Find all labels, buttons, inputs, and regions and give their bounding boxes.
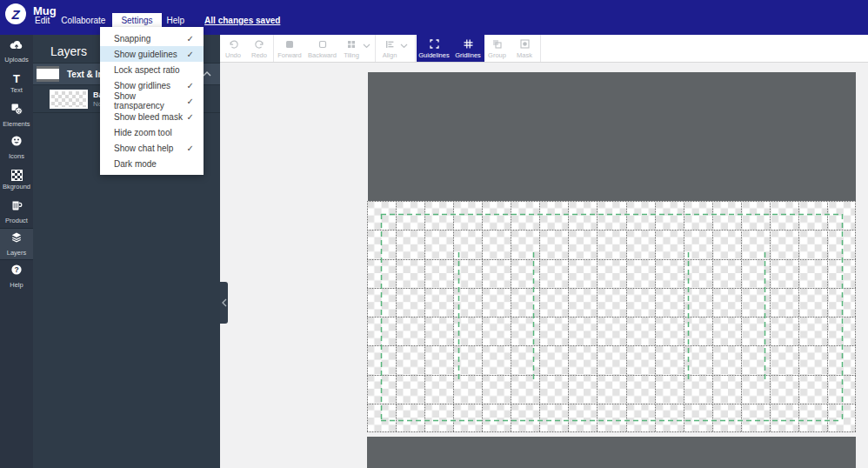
all-changes-saved-link[interactable]: All changes saved	[204, 16, 280, 25]
chevron-down-icon[interactable]	[400, 43, 408, 49]
gridlines-icon	[463, 38, 474, 50]
menu-item-show-guidelines[interactable]: Show guidelines ✓	[100, 46, 204, 62]
menu-item-lock-aspect-ratio[interactable]: Lock aspect ratio	[100, 62, 204, 77]
product-icon	[10, 199, 23, 215]
toolbar-separator	[273, 35, 274, 62]
menu-item-show-chat-help[interactable]: Show chat help ✓	[100, 140, 204, 156]
guidelines-button[interactable]: Guidelines	[417, 35, 451, 62]
redo-button[interactable]: Redo	[246, 35, 272, 62]
toolbar-separator	[540, 35, 541, 62]
tool-sidebar: Uploads T Text Elements Icons	[0, 35, 33, 468]
sidebar-item-text[interactable]: T Text	[0, 67, 33, 99]
checkmark-icon: ✓	[187, 50, 194, 59]
menu-item-show-bleed-mask[interactable]: Show bleed mask ✓	[100, 109, 204, 124]
layers-icon	[10, 231, 23, 247]
mask-button[interactable]: Mask	[510, 35, 539, 62]
chevron-up-icon[interactable]	[203, 71, 211, 77]
mask-icon	[519, 38, 531, 50]
group-button[interactable]: Group	[484, 35, 510, 62]
sidebar-item-uploads[interactable]: Uploads	[0, 35, 33, 67]
checkmark-icon: ✓	[187, 97, 194, 106]
gridlines-button[interactable]: Gridlines	[451, 35, 484, 62]
sidebar-item-bkground[interactable]: Bkground	[0, 164, 33, 196]
align-button[interactable]: Align	[377, 35, 414, 62]
tiling-icon	[346, 38, 357, 50]
checkmark-icon: ✓	[187, 81, 194, 90]
settings-dropdown-menu: Snapping ✓ Show guidelines ✓ Lock aspect…	[100, 27, 204, 175]
svg-text:?: ?	[14, 265, 18, 274]
menu-help[interactable]: Help	[167, 16, 185, 25]
layers-panel-title: Layers	[50, 44, 87, 58]
chevron-down-icon[interactable]	[363, 43, 371, 49]
toolbar-separator	[415, 35, 416, 62]
forward-button[interactable]: Forward	[275, 35, 304, 62]
editor-toolbar: Undo Redo Forward Backward	[220, 35, 868, 63]
bring-forward-icon	[284, 38, 295, 50]
checkerboard-icon	[11, 170, 23, 181]
checkmark-icon: ✓	[187, 144, 194, 153]
undo-icon	[228, 38, 239, 50]
menu-settings[interactable]: Settings	[112, 13, 161, 28]
align-icon	[384, 38, 395, 50]
mug-template-top-band	[368, 72, 856, 201]
smiley-icon	[10, 135, 23, 150]
backward-button[interactable]: Backward	[304, 35, 340, 62]
menu-item-snapping[interactable]: Snapping ✓	[100, 30, 204, 46]
send-backward-icon	[317, 38, 328, 50]
menu-item-show-transparency[interactable]: Show transparency ✓	[100, 93, 204, 109]
group-icon	[491, 38, 503, 50]
menu-collaborate[interactable]: Collaborate	[61, 16, 105, 25]
checkmark-icon: ✓	[187, 112, 194, 122]
menu-item-hide-zoom-tool[interactable]: Hide zoom tool	[100, 124, 204, 140]
guidelines-icon	[429, 38, 440, 50]
sidebar-item-product[interactable]: Product	[0, 196, 33, 228]
mug-template-bottom-band	[367, 437, 856, 468]
layer-thumbnail	[37, 66, 59, 82]
layer-thumbnail-transparent	[50, 90, 88, 109]
app-menu-bar: Edit Collaborate Settings Help All chang…	[35, 14, 280, 27]
sidebar-item-help[interactable]: ? Help	[0, 260, 33, 292]
undo-button[interactable]: Undo	[220, 35, 246, 62]
toolbar-separator	[375, 35, 376, 62]
help-icon: ?	[10, 264, 23, 279]
menu-edit[interactable]: Edit	[35, 16, 50, 25]
menu-item-dark-mode[interactable]: Dark mode	[100, 156, 204, 171]
sidebar-item-icons[interactable]: Icons	[0, 131, 33, 164]
redo-icon	[254, 38, 265, 50]
chevron-left-icon	[222, 295, 227, 311]
mug-design-area[interactable]	[367, 201, 856, 432]
sidebar-item-layers[interactable]: Layers	[0, 228, 33, 260]
checkmark-icon: ✓	[187, 34, 194, 43]
tiling-button[interactable]: Tiling	[340, 35, 374, 62]
cloud-upload-icon	[10, 38, 23, 54]
elements-icon	[10, 103, 23, 118]
brand-logo-letter: Z	[11, 7, 19, 22]
sidebar-item-elements[interactable]: Elements	[0, 99, 33, 131]
text-icon: T	[13, 73, 20, 84]
brand-logo[interactable]: Z	[5, 3, 26, 24]
panel-collapse-handle[interactable]	[220, 282, 228, 324]
